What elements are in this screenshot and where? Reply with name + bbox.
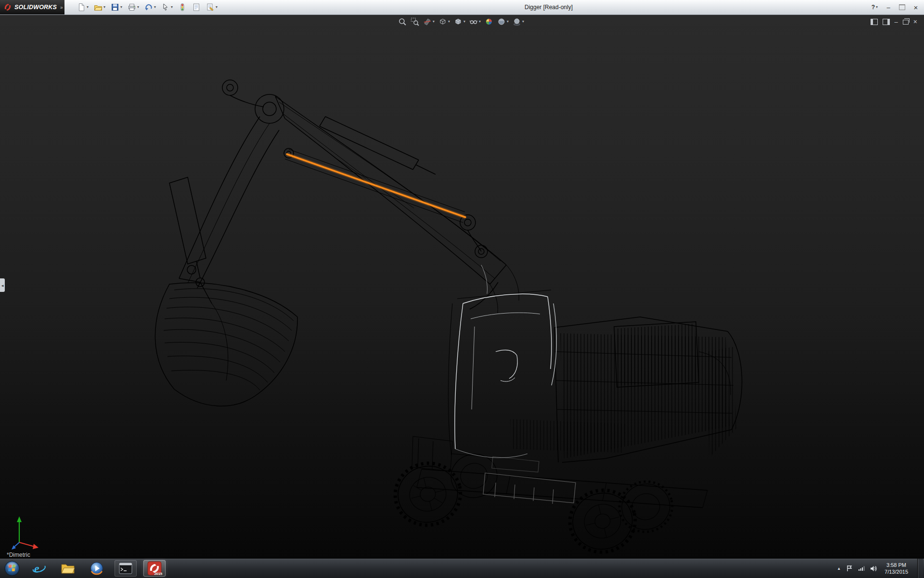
taskbar-media-player[interactable]	[86, 560, 108, 577]
options-sheet-icon	[192, 3, 201, 12]
close-button[interactable]: ×	[911, 4, 920, 11]
dropdown-caret[interactable]: ▾	[87, 5, 89, 9]
model-viewport[interactable]: ▾ ▾ ▾ ▾	[0, 14, 924, 559]
taskbar-solidworks[interactable]: 2015	[143, 560, 166, 577]
edit-appearance-button[interactable]	[485, 17, 493, 26]
zoom-to-area-icon	[411, 17, 419, 26]
view-orientation-label: *Dimetric	[7, 552, 30, 558]
view-settings-button[interactable]: ▾	[513, 17, 524, 26]
show-hidden-icons-button[interactable]: ▲	[837, 566, 841, 571]
orientation-triad	[10, 512, 48, 552]
solidworks-logo-icon	[3, 3, 12, 12]
zoom-to-fit-button[interactable]	[398, 17, 407, 26]
dropdown-caret[interactable]: ▾	[448, 20, 450, 24]
media-player-icon	[90, 561, 104, 576]
display-style-button[interactable]: ▾	[454, 17, 465, 26]
headsup-view-toolbar: ▾ ▾ ▾ ▾	[398, 17, 524, 26]
brand-text: SOLIDWORKS	[14, 4, 57, 11]
internet-explorer-icon: e	[32, 561, 46, 576]
document-minimize-button[interactable]: –	[895, 19, 898, 25]
file-properties-button[interactable]: ▾	[206, 3, 218, 12]
apply-scene-button[interactable]: ▾	[497, 17, 509, 26]
undo-arrow-icon	[144, 3, 153, 12]
help-button[interactable]: ? ▾	[872, 4, 878, 11]
clock-date: 7/13/2015	[885, 568, 908, 575]
action-center-flag-icon[interactable]	[846, 565, 853, 572]
rebuild-button[interactable]	[178, 3, 187, 12]
open-button[interactable]: ▾	[94, 3, 105, 12]
section-view-button[interactable]: ▾	[423, 17, 435, 26]
solidworks-year-badge: 2015	[154, 572, 162, 576]
print-button[interactable]: ▾	[128, 3, 139, 12]
taskbar: e	[0, 558, 924, 578]
system-tray: ▲ 3:58 PM 7/13/2015	[837, 559, 924, 578]
taskbar-items: e	[28, 560, 166, 577]
hide-show-items-button[interactable]: ▾	[469, 17, 481, 26]
dropdown-caret[interactable]: ▾	[137, 5, 139, 9]
taskbar-file-explorer[interactable]	[57, 560, 79, 577]
new-document-icon	[77, 3, 86, 12]
selected-edge-highlight[interactable]	[287, 154, 465, 217]
new-document-button[interactable]: ▾	[77, 3, 89, 12]
document-close-button[interactable]: ×	[913, 18, 917, 25]
folder-icon	[61, 562, 75, 575]
command-prompt-icon	[119, 563, 132, 574]
help-label: ?	[872, 4, 875, 11]
dropdown-caret[interactable]: ▾	[103, 5, 105, 9]
show-desktop-button[interactable]	[917, 559, 923, 578]
front-wheels	[389, 456, 642, 559]
apply-scene-sphere-icon	[497, 17, 506, 26]
view-orientation-button[interactable]: ▾	[438, 17, 450, 26]
rear-wheels	[447, 449, 678, 538]
maximize-button[interactable]	[899, 4, 905, 10]
model-edges	[155, 80, 742, 471]
minimize-button[interactable]: –	[884, 4, 893, 11]
dropdown-caret[interactable]: ▾	[479, 20, 481, 24]
open-folder-icon	[94, 3, 103, 12]
featuremanager-collapsed-tab[interactable]: ◀	[0, 278, 5, 292]
dropdown-caret[interactable]: ▾	[433, 20, 435, 24]
dropdown-caret[interactable]: ▾	[463, 20, 465, 24]
clock-time: 3:58 PM	[885, 562, 908, 568]
view-settings-shadow-icon	[513, 17, 521, 26]
dropdown-caret[interactable]: ▾	[522, 20, 524, 24]
taskbar-clock[interactable]: 3:58 PM 7/13/2015	[885, 562, 908, 576]
window-controls: ? ▾ – ×	[872, 0, 920, 14]
file-properties-icon	[206, 3, 215, 12]
rebuild-stoplight-icon	[178, 3, 187, 12]
split-pane-left-icon[interactable]	[871, 19, 878, 25]
document-restore-button[interactable]	[903, 20, 909, 25]
split-pane-right-icon[interactable]	[883, 19, 890, 25]
dropdown-caret[interactable]: ▾	[876, 5, 878, 9]
save-floppy-icon	[111, 3, 119, 12]
solidworks-brand: SOLIDWORKS »	[0, 0, 64, 14]
dropdown-caret[interactable]: ▾	[216, 5, 218, 9]
select-button[interactable]: ▾	[161, 3, 173, 12]
print-icon	[128, 3, 136, 12]
hide-show-glasses-icon	[469, 17, 478, 26]
start-button[interactable]	[4, 560, 20, 577]
taskbar-command-prompt[interactable]	[115, 560, 137, 577]
edit-appearance-ball-icon	[485, 17, 493, 26]
network-icon[interactable]	[858, 565, 865, 571]
window-title: Digger [Read-only]	[525, 4, 573, 11]
options-button[interactable]	[192, 3, 201, 12]
taskbar-internet-explorer[interactable]: e	[28, 560, 50, 577]
brand-expand-chevron[interactable]: »	[60, 5, 63, 10]
volume-icon[interactable]	[870, 565, 877, 572]
svg-text:e: e	[34, 562, 39, 575]
dropdown-caret[interactable]: ▾	[120, 5, 122, 9]
ghost-subframe	[483, 457, 576, 504]
zoom-to-area-button[interactable]	[411, 17, 419, 26]
view-orientation-cube-icon	[438, 17, 447, 26]
digger-wireframe-model[interactable]	[0, 14, 924, 559]
triad-z-axis	[14, 542, 19, 547]
main-toolbar: ▾ ▾ ▾ ▾ ▾	[77, 3, 218, 12]
dropdown-caret[interactable]: ▾	[171, 5, 173, 9]
dropdown-caret[interactable]: ▾	[507, 20, 509, 24]
triad-x-axis	[19, 542, 35, 547]
select-cursor-icon	[161, 3, 170, 12]
save-button[interactable]: ▾	[111, 3, 122, 12]
undo-button[interactable]: ▾	[144, 3, 156, 12]
dropdown-caret[interactable]: ▾	[154, 5, 156, 9]
